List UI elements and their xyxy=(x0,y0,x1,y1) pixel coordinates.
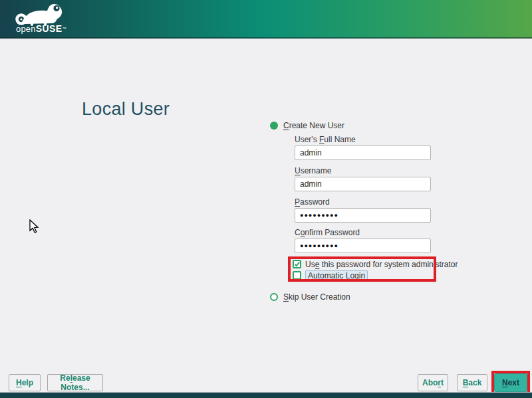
installer-window: openSUSE™ Local User Create New User Use… xyxy=(0,0,532,398)
abort-button[interactable]: Abort xyxy=(418,374,448,391)
back-button[interactable]: Back xyxy=(457,374,487,391)
logo-trademark: ™ xyxy=(62,27,66,31)
mouse-cursor-icon xyxy=(29,219,40,234)
radio-skip-user-creation-label: Skip User Creation xyxy=(283,292,350,302)
radio-unselected-icon[interactable] xyxy=(270,293,278,301)
help-button[interactable]: Help xyxy=(9,374,41,391)
bottom-status-strip xyxy=(0,392,532,398)
radio-skip-user-creation[interactable]: Skip User Creation xyxy=(270,292,350,302)
page-title: Local User xyxy=(82,99,170,120)
annotation-highlight-checkboxes xyxy=(288,256,436,282)
password-input[interactable] xyxy=(295,208,431,223)
username-label: Username xyxy=(295,166,331,175)
full-name-label: User's Full Name xyxy=(295,135,356,144)
header-bar: openSUSE™ xyxy=(0,0,532,39)
logo-open-text: open xyxy=(16,24,36,34)
password-label: Password xyxy=(295,197,330,207)
confirm-password-label: Confirm Password xyxy=(295,228,360,237)
username-input[interactable] xyxy=(295,177,431,191)
full-name-input[interactable] xyxy=(295,146,431,160)
logo-suse-text: SUSE xyxy=(36,23,63,34)
chameleon-icon xyxy=(15,2,68,26)
release-notes-button[interactable]: Release Notes... xyxy=(47,374,103,391)
radio-selected-icon[interactable] xyxy=(270,122,278,130)
radio-create-new-user[interactable]: Create New User xyxy=(270,121,344,130)
annotation-highlight-next xyxy=(491,371,530,395)
confirm-password-input[interactable] xyxy=(295,239,431,253)
opensuse-logo-text: openSUSE™ xyxy=(16,24,66,34)
radio-create-new-user-label: Create New User xyxy=(283,121,344,130)
